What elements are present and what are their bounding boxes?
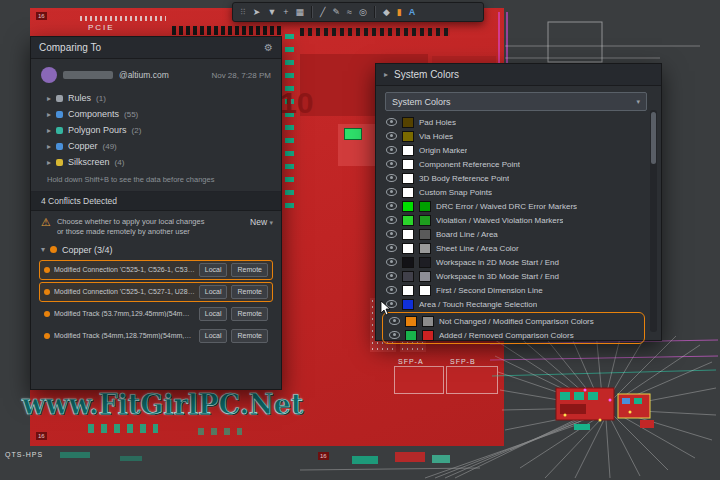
- color-swatch[interactable]: [419, 285, 431, 296]
- gear-icon[interactable]: ⚙: [264, 42, 273, 53]
- remote-button[interactable]: Remote: [231, 307, 268, 321]
- color-row-board-line-area[interactable]: Board Line / Area: [380, 227, 647, 241]
- copper-conflict-group[interactable]: ▾ Copper (3/4): [31, 242, 281, 258]
- remote-button[interactable]: Remote: [231, 329, 268, 343]
- panel-title: Comparing To: [39, 42, 101, 53]
- color-category-dropdown[interactable]: System Colors ▾: [385, 92, 647, 111]
- color-row-pad-holes[interactable]: Pad Holes: [380, 115, 647, 129]
- filter-icon[interactable]: ▼: [267, 3, 276, 21]
- color-swatch[interactable]: [419, 271, 431, 282]
- color-swatch[interactable]: [422, 330, 434, 341]
- eye-icon[interactable]: [386, 202, 397, 210]
- ruler-icon[interactable]: ╱: [320, 3, 325, 21]
- color-swatch[interactable]: [402, 271, 414, 282]
- chevron-down-icon: ▾: [269, 219, 273, 226]
- eye-icon[interactable]: [386, 174, 397, 182]
- via-icon[interactable]: ◎: [359, 3, 367, 21]
- color-swatch[interactable]: [402, 159, 414, 170]
- color-swatch[interactable]: [405, 330, 417, 341]
- color-row-violation-markers[interactable]: Violation / Waived Violation Markers: [380, 213, 647, 227]
- color-swatch[interactable]: [419, 229, 431, 240]
- conflict-row[interactable]: Modified Track (53.7mm,129.45mm)(54mm,12…: [39, 304, 273, 324]
- color-swatch[interactable]: [402, 243, 414, 254]
- color-swatch[interactable]: [402, 285, 414, 296]
- color-row-sheet-line-area[interactable]: Sheet Line / Area Color: [380, 241, 647, 255]
- color-row-via-holes[interactable]: Via Holes: [380, 129, 647, 143]
- color-swatch[interactable]: [405, 316, 417, 327]
- add-object-icon[interactable]: +: [283, 3, 288, 21]
- eye-icon[interactable]: [386, 230, 397, 238]
- eye-icon[interactable]: [386, 118, 397, 126]
- color-row-added-removed[interactable]: Added / Removed Comparison Colors: [383, 328, 644, 342]
- color-swatch[interactable]: [402, 257, 414, 268]
- color-swatch[interactable]: [402, 117, 414, 128]
- color-swatch[interactable]: [422, 316, 434, 327]
- color-swatch[interactable]: [402, 229, 414, 240]
- tree-item-copper[interactable]: ▸ Copper (49): [31, 138, 281, 154]
- eye-icon[interactable]: [386, 244, 397, 252]
- scrollbar[interactable]: [650, 110, 657, 332]
- color-swatch[interactable]: [402, 131, 414, 142]
- color-swatch[interactable]: [402, 299, 414, 310]
- route-icon[interactable]: ≈: [347, 3, 352, 21]
- grid-icon[interactable]: ▦: [296, 3, 305, 21]
- color-swatch[interactable]: [419, 201, 431, 212]
- color-swatch[interactable]: [402, 173, 414, 184]
- tree-item-silkscreen[interactable]: ▸ Silkscreen (4): [31, 154, 281, 170]
- color-row-dimension-line[interactable]: First / Second Dimension Line: [380, 283, 647, 297]
- color-swatch[interactable]: [419, 215, 431, 226]
- eye-icon[interactable]: [389, 331, 400, 339]
- color-row-origin-marker[interactable]: Origin Marker: [380, 143, 647, 157]
- eye-icon[interactable]: [386, 188, 397, 196]
- local-button[interactable]: Local: [199, 285, 228, 299]
- copper-group-icon: [50, 246, 57, 253]
- color-row-workspace-2d[interactable]: Workspace in 2D Mode Start / End: [380, 255, 647, 269]
- color-swatch[interactable]: [402, 201, 414, 212]
- color-swatch[interactable]: [402, 145, 414, 156]
- eye-icon[interactable]: [386, 258, 397, 266]
- eye-icon[interactable]: [386, 286, 397, 294]
- eye-icon[interactable]: [386, 216, 397, 224]
- eye-icon[interactable]: [386, 272, 397, 280]
- color-row-not-changed-modified[interactable]: Not Changed / Modified Comparison Colors: [383, 314, 644, 328]
- polygon-icon[interactable]: ◆: [383, 3, 390, 21]
- tree-item-polygon-pours[interactable]: ▸ Polygon Pours (2): [31, 122, 281, 138]
- modified-icon: [44, 267, 50, 273]
- pcb-decoration: [344, 128, 362, 140]
- eye-icon[interactable]: [386, 132, 397, 140]
- conflict-row[interactable]: Modified Track (54mm,128.75mm)(54mm,129.…: [39, 326, 273, 346]
- color-row-component-reference-point[interactable]: Component Reference Point: [380, 157, 647, 171]
- color-row-workspace-3d[interactable]: Workspace in 3D Mode Start / End: [380, 269, 647, 283]
- local-button[interactable]: Local: [199, 307, 228, 321]
- copper-icon: [56, 143, 63, 150]
- remote-button[interactable]: Remote: [231, 263, 268, 277]
- eye-icon[interactable]: [386, 146, 397, 154]
- color-row-3d-body-reference-point[interactable]: 3D Body Reference Point: [380, 171, 647, 185]
- resolve-mode-dropdown[interactable]: New ▾: [250, 217, 273, 227]
- pcb-layer-tag: 16: [36, 12, 47, 20]
- tree-item-components[interactable]: ▸ Components (55): [31, 106, 281, 122]
- color-swatch[interactable]: [402, 187, 414, 198]
- highlight-icon[interactable]: ▮: [397, 3, 402, 21]
- color-swatch[interactable]: [402, 215, 414, 226]
- scrollbar-thumb[interactable]: [651, 112, 656, 164]
- tree-item-rules[interactable]: ▸ Rules (1): [31, 90, 281, 106]
- select-cursor-icon[interactable]: ➤: [253, 3, 261, 21]
- color-row-area-touch-selection[interactable]: Area / Touch Rectangle Selection: [380, 297, 647, 311]
- conflict-row[interactable]: Modified Connection 'C525-1, C527-1, U28…: [39, 282, 273, 302]
- pencil-icon[interactable]: ✎: [333, 3, 341, 21]
- color-swatch[interactable]: [419, 257, 431, 268]
- color-row-drc-error-markers[interactable]: DRC Error / Waived DRC Error Markers: [380, 199, 647, 213]
- color-swatch[interactable]: [419, 243, 431, 254]
- drag-handle-icon[interactable]: ⠿: [240, 8, 246, 17]
- system-colors-header[interactable]: ▸ System Colors: [376, 64, 661, 86]
- local-button[interactable]: Local: [199, 329, 228, 343]
- remote-button[interactable]: Remote: [231, 285, 268, 299]
- text-icon[interactable]: A: [409, 3, 416, 21]
- color-row-custom-snap-points[interactable]: Custom Snap Points: [380, 185, 647, 199]
- polygon-pours-icon: [56, 127, 63, 134]
- eye-icon[interactable]: [389, 317, 400, 325]
- conflict-row[interactable]: Modified Connection 'C525-1, C526-1, C53…: [39, 260, 273, 280]
- local-button[interactable]: Local: [199, 263, 228, 277]
- eye-icon[interactable]: [386, 160, 397, 168]
